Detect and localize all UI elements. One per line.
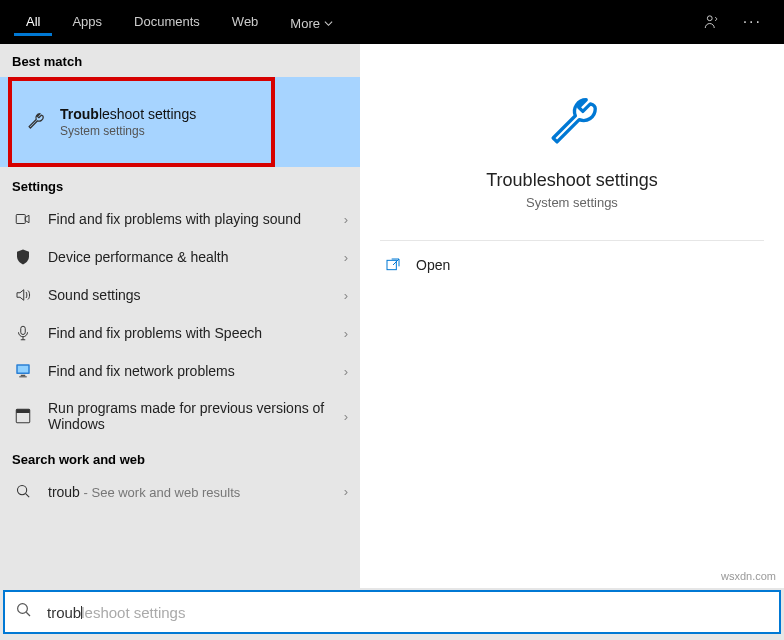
search-input[interactable]: troubleshoot settings [3,590,781,634]
web-search-item[interactable]: troub - See work and web results › [0,473,360,510]
best-match-subtitle: System settings [60,124,259,138]
speaker-icon [12,286,34,304]
settings-item-compatibility[interactable]: Run programs made for previous versions … [0,390,360,442]
svg-rect-4 [18,366,29,373]
network-icon [12,362,34,380]
svg-point-11 [18,604,28,614]
settings-item-device-performance[interactable]: Device performance & health › [0,238,360,276]
svg-rect-5 [21,375,26,377]
detail-subtitle: System settings [526,195,618,210]
details-right-pane: Troubleshoot settings System settings Op… [360,44,784,588]
chevron-right-icon: › [344,250,348,265]
section-search-work-web: Search work and web [0,442,360,473]
section-best-match: Best match [0,44,360,75]
chevron-right-icon: › [344,364,348,379]
search-icon [15,601,33,623]
tab-apps[interactable]: Apps [60,8,114,36]
chevron-right-icon: › [344,409,348,424]
settings-item-network[interactable]: Find and fix network problems › [0,352,360,390]
divider [380,240,764,241]
search-autocomplete-hint: leshoot settings [81,604,185,621]
tab-web[interactable]: Web [220,8,271,36]
content-area: Best match Troubleshoot settings System … [0,44,784,588]
svg-rect-6 [19,376,27,377]
settings-item-sound[interactable]: Sound settings › [0,276,360,314]
open-icon [384,257,402,273]
tab-documents[interactable]: Documents [122,8,212,36]
svg-rect-2 [21,326,26,334]
more-options-icon[interactable]: ··· [743,13,762,31]
results-left-pane: Best match Troubleshoot settings System … [0,44,360,588]
svg-point-9 [17,485,26,494]
settings-item-playing-sound[interactable]: Find and fix problems with playing sound… [0,200,360,238]
search-typed-text: troub [47,604,81,621]
best-match-row[interactable]: Troubleshoot settings System settings [0,77,360,167]
settings-item-speech[interactable]: Find and fix problems with Speech › [0,314,360,352]
video-icon [12,210,34,228]
watermark-text: wsxdn.com [721,570,776,582]
search-icon [12,483,34,500]
detail-title: Troubleshoot settings [486,170,657,191]
section-settings: Settings [0,169,360,200]
svg-rect-1 [16,215,25,224]
svg-rect-10 [387,260,396,269]
chevron-down-icon [324,19,333,28]
open-action[interactable]: Open [380,249,764,281]
svg-point-0 [707,16,712,21]
chevron-right-icon: › [344,212,348,227]
microphone-icon [12,324,34,342]
tab-more[interactable]: More [278,8,345,36]
wrench-icon [24,111,46,133]
best-match-title: Troubleshoot settings [60,106,259,122]
start-tabs-header: All Apps Documents Web More ··· [0,0,784,44]
chevron-right-icon: › [344,484,348,499]
feedback-icon[interactable] [703,13,721,31]
chevron-right-icon: › [344,288,348,303]
tab-all[interactable]: All [14,8,52,36]
chevron-right-icon: › [344,326,348,341]
shield-icon [12,248,34,266]
svg-rect-8 [16,409,30,413]
wrench-large-icon [541,92,603,158]
program-icon [12,407,34,425]
